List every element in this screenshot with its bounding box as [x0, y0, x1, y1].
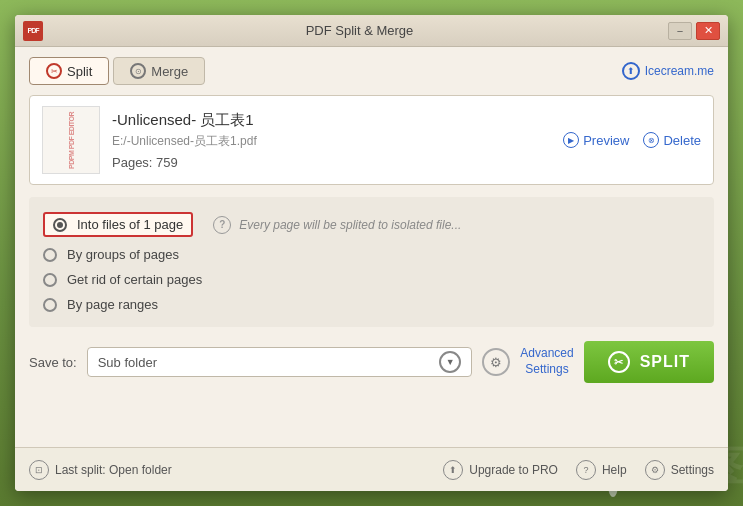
thumbnail-text: PDPM PDF EDITOR — [68, 112, 75, 169]
file-name: -Unlicensed- 员工表1 — [112, 111, 551, 130]
settings-icon: ⚙ — [645, 460, 665, 480]
preview-icon: ▶ — [563, 132, 579, 148]
app-icon: PDF — [23, 21, 43, 41]
split-tab-label: Split — [67, 64, 92, 79]
split-button-icon: ✂ — [608, 351, 630, 373]
tab-merge[interactable]: ⊙ Merge — [113, 57, 205, 85]
last-split-icon: ⊡ — [29, 460, 49, 480]
split-options: Into files of 1 page ? Every page will b… — [29, 197, 714, 327]
main-window: PDF PDF Split & Merge − ✕ ✂ Split ⊙ Merg… — [15, 15, 728, 491]
title-bar: PDF PDF Split & Merge − ✕ — [15, 15, 728, 47]
file-pages: Pages: 759 — [112, 155, 551, 170]
file-card: PDPM PDF EDITOR -Unlicensed- 员工表1 E:/-Un… — [29, 95, 714, 185]
save-input-wrapper[interactable]: Sub folder ▼ — [87, 347, 473, 377]
content-area: ✂ Split ⊙ Merge ⬆ Icecream.me PDPM PDF E… — [15, 47, 728, 447]
option1-radio[interactable] — [53, 218, 67, 232]
window-controls: − ✕ — [668, 22, 720, 40]
close-button[interactable]: ✕ — [696, 22, 720, 40]
option2-radio[interactable] — [43, 248, 57, 262]
bottom-bar: ⊡ Last split: Open folder ⬆ Upgrade to P… — [15, 447, 728, 491]
upgrade-label: Upgrade to PRO — [469, 463, 558, 477]
file-thumbnail: PDPM PDF EDITOR — [42, 106, 100, 174]
tab-split[interactable]: ✂ Split — [29, 57, 109, 85]
file-actions: ▶ Preview ⊗ Delete — [563, 132, 701, 148]
tab-bar: ✂ Split ⊙ Merge ⬆ Icecream.me — [29, 57, 714, 85]
help-label: Help — [602, 463, 627, 477]
upgrade-icon: ⬆ — [443, 460, 463, 480]
merge-tab-label: Merge — [151, 64, 188, 79]
icecream-icon: ⬆ — [622, 62, 640, 80]
last-split-button[interactable]: ⊡ Last split: Open folder — [29, 460, 172, 480]
option-row-4: By page ranges — [43, 292, 700, 317]
settings-button[interactable]: ⚙ Settings — [645, 460, 714, 480]
option-row-1: Into files of 1 page ? Every page will b… — [43, 207, 700, 242]
icecream-label: Icecream.me — [645, 64, 714, 78]
split-tab-icon: ✂ — [46, 63, 62, 79]
file-path: E:/-Unlicensed-员工表1.pdf — [112, 133, 551, 150]
save-label: Save to: — [29, 355, 77, 370]
delete-icon: ⊗ — [643, 132, 659, 148]
save-row: Save to: Sub folder ▼ ⚙ Advanced Setting… — [29, 341, 714, 383]
settings-label: Settings — [671, 463, 714, 477]
settings-gear-icon[interactable]: ⚙ — [482, 348, 510, 376]
hint-text: Every page will be splited to isolated f… — [239, 218, 461, 232]
help-button[interactable]: ? Help — [576, 460, 627, 480]
preview-label: Preview — [583, 133, 629, 148]
option3-radio[interactable] — [43, 273, 57, 287]
option2-label[interactable]: By groups of pages — [67, 247, 179, 262]
delete-label: Delete — [663, 133, 701, 148]
advanced-settings-line2[interactable]: Settings — [525, 362, 568, 378]
option3-label[interactable]: Get rid of certain pages — [67, 272, 202, 287]
file-info: -Unlicensed- 员工表1 E:/-Unlicensed-员工表1.pd… — [112, 111, 551, 170]
option-row-2: By groups of pages — [43, 242, 700, 267]
option4-radio[interactable] — [43, 298, 57, 312]
split-button[interactable]: ✂ SPLIT — [584, 341, 714, 383]
delete-button[interactable]: ⊗ Delete — [643, 132, 701, 148]
last-split-label: Last split: Open folder — [55, 463, 172, 477]
split-button-label: SPLIT — [640, 353, 690, 371]
window-title: PDF Split & Merge — [51, 23, 668, 38]
save-dropdown-button[interactable]: ▼ — [439, 351, 461, 373]
option-row-3: Get rid of certain pages — [43, 267, 700, 292]
hint-area: ? Every page will be splited to isolated… — [213, 216, 461, 234]
save-input-text: Sub folder — [98, 355, 432, 370]
minimize-button[interactable]: − — [668, 22, 692, 40]
preview-button[interactable]: ▶ Preview — [563, 132, 629, 148]
option1-label[interactable]: Into files of 1 page — [77, 217, 183, 232]
advanced-settings-line1[interactable]: Advanced — [520, 346, 573, 362]
merge-tab-icon: ⊙ — [130, 63, 146, 79]
help-icon: ? — [576, 460, 596, 480]
icecream-link[interactable]: ⬆ Icecream.me — [622, 62, 714, 80]
option1-selected-wrapper: Into files of 1 page — [43, 212, 193, 237]
upgrade-button[interactable]: ⬆ Upgrade to PRO — [443, 460, 558, 480]
hint-icon: ? — [213, 216, 231, 234]
option4-label[interactable]: By page ranges — [67, 297, 158, 312]
advanced-settings-link[interactable]: Advanced Settings — [520, 346, 573, 377]
